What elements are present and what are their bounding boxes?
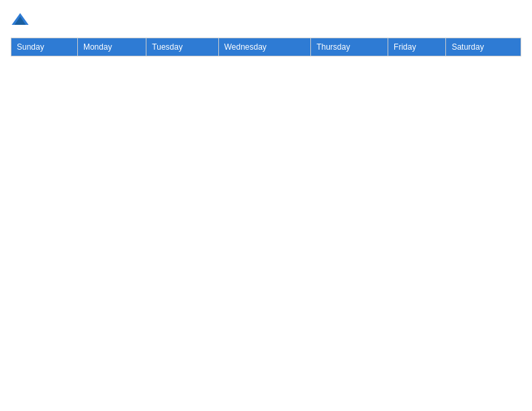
calendar-header-friday: Friday — [388, 38, 446, 56]
calendar-header-row: SundayMondayTuesdayWednesdayThursdayFrid… — [11, 38, 521, 56]
calendar-header-thursday: Thursday — [311, 38, 388, 56]
calendar-header-tuesday: Tuesday — [146, 38, 218, 56]
calendar-header-sunday: Sunday — [11, 38, 78, 56]
calendar-header-monday: Monday — [77, 38, 146, 56]
calendar-header-wednesday: Wednesday — [218, 38, 310, 56]
calendar-header-saturday: Saturday — [446, 38, 521, 56]
logo — [11, 11, 31, 30]
page-header — [11, 11, 521, 30]
calendar-table: SundayMondayTuesdayWednesdayThursdayFrid… — [11, 38, 521, 56]
logo-icon — [11, 11, 30, 30]
